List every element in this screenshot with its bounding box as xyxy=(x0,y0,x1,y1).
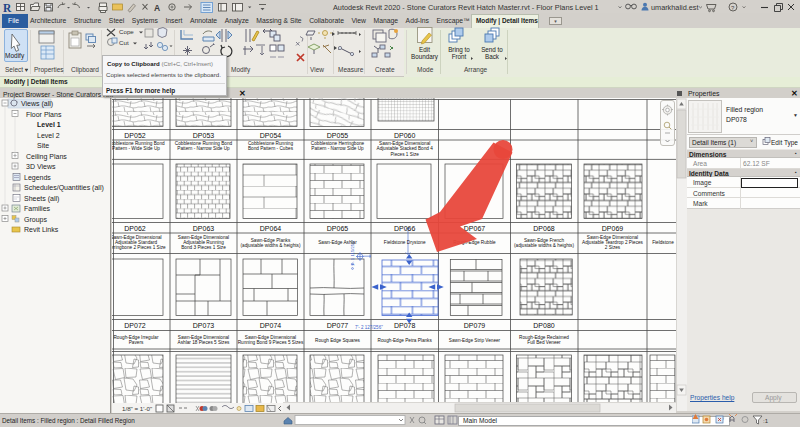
svg-text:Views (all): Views (all) xyxy=(21,100,53,108)
svg-text:DP069: DP069 xyxy=(602,225,624,232)
svg-text:DP055: DP055 xyxy=(327,132,349,139)
svg-text:Adjustable Stacked Bond 4: Adjustable Stacked Bond 4 xyxy=(377,146,434,151)
svg-text:Cobblestone Running Bond: Cobblestone Running Bond xyxy=(175,141,233,146)
svg-text:Rough-Edge Petra Planks: Rough-Edge Petra Planks xyxy=(378,338,433,343)
svg-text:Pattern - Wide Side Up: Pattern - Wide Side Up xyxy=(112,146,160,151)
svg-text:Sawn-Edge Dimensional: Sawn-Edge Dimensional xyxy=(245,335,296,340)
svg-text:Legends: Legends xyxy=(24,174,51,182)
svg-text:Fieldstone: Fieldstone xyxy=(652,240,674,245)
svg-text:Sawn-Edge Strip Veneer: Sawn-Edge Strip Veneer xyxy=(449,338,501,343)
svg-text:Sawn-Edge Ashlar: Sawn-Edge Ashlar xyxy=(318,240,357,245)
svg-text:Level 1: Level 1 xyxy=(37,121,61,128)
svg-text:2 Sizes: 2 Sizes xyxy=(605,245,621,250)
svg-text:Running Bond 9 Pieces 5 Sizes: Running Bond 9 Pieces 5 Sizes xyxy=(238,340,304,345)
svg-text:DP080: DP080 xyxy=(533,322,555,329)
svg-text:Rough-Edge Irregular: Rough-Edge Irregular xyxy=(113,335,159,340)
svg-text:Pieces 1 Size: Pieces 1 Size xyxy=(390,152,419,157)
svg-text:DP062: DP062 xyxy=(124,225,146,232)
svg-text:Sawn-Edge Dimensional: Sawn-Edge Dimensional xyxy=(178,335,229,340)
svg-text:DP078: DP078 xyxy=(394,322,416,329)
svg-text:Sawn-Edge French: Sawn-Edge French xyxy=(524,238,565,243)
svg-text:DP074: DP074 xyxy=(260,322,282,329)
svg-text:DP079: DP079 xyxy=(464,322,486,329)
svg-text:A: A xyxy=(154,3,160,13)
svg-text:Pattern - Narrow Side Up: Pattern - Narrow Side Up xyxy=(311,146,364,151)
svg-text:(adjustable widths & heights): (adjustable widths & heights) xyxy=(241,243,301,248)
svg-text:DP064: DP064 xyxy=(260,225,282,232)
svg-text:Sawn-Edge Dimensional: Sawn-Edge Dimensional xyxy=(379,141,430,146)
svg-text:Sawn-Edge Planks: Sawn-Edge Planks xyxy=(251,238,291,243)
svg-text:Pavers: Pavers xyxy=(129,340,144,345)
svg-text:DP068: DP068 xyxy=(533,225,555,232)
svg-text:?: ? xyxy=(731,5,735,11)
svg-text:DP053: DP053 xyxy=(193,132,215,139)
svg-text:DP077: DP077 xyxy=(327,322,349,329)
svg-text:Site: Site xyxy=(37,142,49,149)
svg-text:Ceiling Plans: Ceiling Plans xyxy=(26,153,67,161)
svg-text:Revit Links: Revit Links xyxy=(24,226,59,233)
svg-text:(adjustable widths & heights): (adjustable widths & heights) xyxy=(514,243,574,248)
svg-text:DP072: DP072 xyxy=(124,322,146,329)
svg-text:Cut: Cut xyxy=(119,39,129,46)
svg-text:Pattern - Narrow Side Up: Pattern - Narrow Side Up xyxy=(177,146,230,151)
svg-text:7'- 2 127/256": 7'- 2 127/256" xyxy=(355,325,383,330)
svg-text:Families: Families xyxy=(24,205,51,212)
svg-text:Adjustable Teardrop 2 Pieces: Adjustable Teardrop 2 Pieces xyxy=(582,240,644,245)
svg-text:R: R xyxy=(3,2,12,14)
svg-text::1: :1 xyxy=(763,418,769,424)
svg-text:Schedules/Quantities (all): Schedules/Quantities (all) xyxy=(24,184,104,192)
svg-text:Floor Plans: Floor Plans xyxy=(26,111,62,118)
svg-text:Full Bed Veneer: Full Bed Veneer xyxy=(527,340,561,345)
svg-text:DP060: DP060 xyxy=(394,132,416,139)
svg-text:DP052: DP052 xyxy=(124,132,146,139)
svg-text:Fieldstone Drystone: Fieldstone Drystone xyxy=(384,240,426,245)
svg-text:Cobblestone Herringbone: Cobblestone Herringbone xyxy=(311,141,365,146)
svg-text:Cobblestone Running Bond: Cobblestone Running Bond xyxy=(112,141,165,146)
svg-text:Cobblestone Running: Cobblestone Running xyxy=(248,141,293,146)
svg-text:DP067: DP067 xyxy=(464,225,486,232)
svg-text:Adjustable Standard: Adjustable Standard xyxy=(115,240,158,245)
svg-text:Rough Edge Squares: Rough Edge Squares xyxy=(315,338,360,343)
svg-text:Sheets (all): Sheets (all) xyxy=(24,195,59,203)
svg-text:DP065: DP065 xyxy=(327,225,349,232)
svg-text:Adjustable Running: Adjustable Running xyxy=(183,240,224,245)
svg-text:DP063: DP063 xyxy=(193,225,215,232)
svg-text:Sawn-Edge Dimensional: Sawn-Edge Dimensional xyxy=(112,235,162,240)
svg-text:Rough-Edge Reclaimed: Rough-Edge Reclaimed xyxy=(519,335,569,340)
svg-text:Groups: Groups xyxy=(24,216,47,224)
svg-text:Sawn-Edge Dimensional: Sawn-Edge Dimensional xyxy=(587,235,638,240)
svg-text:3D Views: 3D Views xyxy=(26,163,56,170)
svg-text:Ashlar 18 Pieces 5 Sizes: Ashlar 18 Pieces 5 Sizes xyxy=(178,340,231,345)
svg-text:DP054: DP054 xyxy=(260,132,282,139)
svg-text:Bond Pattern - Cubes: Bond Pattern - Cubes xyxy=(248,146,294,151)
svg-text:Herringbone 2 Pieces 1 Size: Herringbone 2 Pieces 1 Size xyxy=(112,245,166,250)
svg-text:Level 2: Level 2 xyxy=(37,132,60,139)
svg-text:DP066: DP066 xyxy=(394,225,416,232)
svg-text:Cope: Cope xyxy=(119,28,134,35)
svg-text:Sawn-Edge Dimensional: Sawn-Edge Dimensional xyxy=(178,235,229,240)
svg-text:DP073: DP073 xyxy=(193,322,215,329)
svg-text:Bond 3 Pieces 1 Size: Bond 3 Pieces 1 Size xyxy=(181,245,226,250)
